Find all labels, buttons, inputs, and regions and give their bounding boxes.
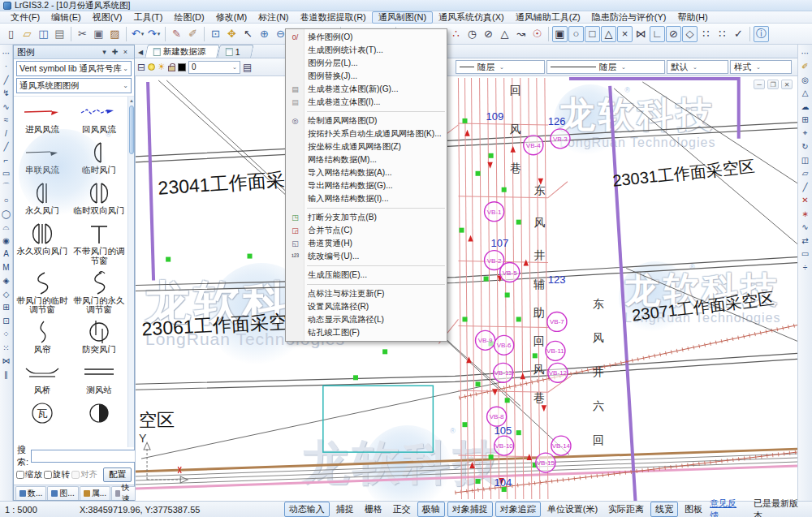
node-edit-icon[interactable]: ⊡ (1, 314, 12, 328)
menu-item-12[interactable]: 帮助(H) (672, 11, 713, 24)
menu-item-1[interactable]: 编辑(E) (45, 11, 87, 24)
menu-item-11[interactable]: 隐患防治与评价(Y) (586, 11, 672, 24)
menu-item-0[interactable]: 文件(F) (5, 11, 45, 24)
draw-rectangle-icon[interactable]: ▭ (1, 167, 12, 181)
scrollbar-thumb[interactable] (129, 106, 134, 154)
layer-print-icon[interactable]: ▤ (243, 62, 252, 73)
menu-item-8[interactable]: 通风制图(N) (372, 11, 433, 24)
status-toggle-1[interactable]: 捕捉 (332, 502, 358, 516)
status-toggle-3[interactable]: 正交 (389, 502, 415, 516)
status-toggle-4[interactable]: 极轴 (417, 502, 445, 517)
vent-menu-item-16[interactable]: ◲合并节点(C) (286, 224, 447, 237)
copy-object-icon[interactable]: ◫ (799, 153, 812, 167)
status-toggle-9[interactable]: 线宽 (650, 502, 678, 517)
pan-icon[interactable]: ✥ (224, 26, 240, 42)
measure-network-icon[interactable]: ∴ (448, 26, 464, 42)
menu-item-2[interactable]: 视图(V) (87, 11, 128, 24)
scroll-up-icon[interactable]: ▲ (128, 97, 134, 105)
rotate-icon[interactable]: ↻ (799, 140, 812, 154)
layer-freeze-icon[interactable]: ☀ (158, 62, 166, 72)
option-checkbox-旋转[interactable]: 旋转 (44, 469, 70, 480)
vent-menu-item-2[interactable]: 图例分层(L)... (286, 57, 447, 70)
zoom-window-icon[interactable]: ⊡ (208, 26, 223, 42)
panel-tab-1[interactable]: 图... (47, 486, 78, 500)
copy-icon[interactable]: ▣ (91, 26, 106, 42)
reverse-direction-icon[interactable]: ⇄ (799, 234, 812, 248)
checkbox[interactable] (44, 471, 52, 479)
brush-icon[interactable]: ✐ (185, 26, 201, 42)
array-icon[interactable]: ⊞ (799, 114, 812, 127)
legend-item-temp-bidir-door[interactable]: 临时双向风门 (71, 178, 127, 218)
legend-item-gas-symbol[interactable]: 瓦 (14, 398, 71, 438)
legend-item-intake-airflow[interactable]: 进风风流 (14, 97, 71, 137)
panel-tab-2[interactable]: 属... (80, 486, 110, 500)
legend-item-half-filled-circle[interactable] (71, 398, 127, 438)
undo-icon[interactable]: ↶▾ (130, 26, 145, 42)
point-style-icon[interactable]: ∗ (799, 207, 812, 221)
measure-triangle-icon[interactable]: △ (497, 26, 512, 42)
snap-triangle-icon[interactable]: △ (601, 26, 616, 42)
checkbox[interactable] (71, 471, 80, 479)
close-icon[interactable]: × (120, 48, 131, 56)
lineweight-select[interactable]: 随层⌄ (546, 60, 665, 74)
status-toggle-0[interactable]: 动态输入 (284, 502, 330, 517)
vent-menu-item-7[interactable]: ◎绘制通风网络图(D) (286, 114, 447, 127)
measure-clock-icon[interactable]: ◷ (464, 26, 480, 42)
minimize-icon[interactable]: ─ (754, 80, 765, 89)
menu-item-3[interactable]: 工具(T) (127, 11, 168, 24)
textstyle-select[interactable]: 样式⌄ (730, 60, 792, 74)
draw-spline-icon[interactable]: ∿ (1, 100, 12, 114)
draw-region-icon[interactable]: ⌐ (1, 153, 12, 167)
no-plot-icon[interactable]: ⊘ (481, 26, 496, 42)
plotstyle-select[interactable]: 默认⌄ (667, 60, 728, 74)
vent-menu-item-12[interactable]: 导出网络结构数据(G)... (286, 179, 447, 192)
hatch-icon[interactable]: ◈ (1, 274, 12, 288)
current-layer-select[interactable]: 0 ⌄ (188, 61, 240, 74)
snap-circle-icon[interactable]: ○ (568, 26, 584, 42)
snap-center-icon[interactable]: ▣ (552, 26, 568, 42)
format-brush-icon[interactable]: ✐ (799, 60, 812, 74)
info-icon[interactable]: ⓘ (754, 26, 769, 42)
vent-menu-item-23[interactable]: 设置风流路径(R) (286, 300, 447, 313)
spline-edit-icon[interactable]: ∿ (799, 221, 812, 235)
status-toggle-10[interactable]: 图板 (680, 502, 706, 516)
draw-arc-3pt-icon[interactable]: ⌓ (1, 221, 12, 235)
menu-item-4[interactable]: 绘图(D) (168, 11, 209, 24)
chamfer-icon[interactable]: ▱ (799, 167, 812, 181)
option-checkbox-对齐[interactable]: 对齐 (71, 469, 97, 480)
map-canvas[interactable]: 龙软科技 LongRuan Technologies 龙软科技 LongRuan… (135, 76, 797, 501)
vent-menu-item-25[interactable]: 钻孔竣工图(F) (286, 326, 447, 339)
select-cursor-icon[interactable]: ↖ (240, 26, 256, 42)
hatch-gradient-icon[interactable]: ◇ (1, 287, 12, 301)
menu-item-7[interactable]: 巷道数据提取(R) (295, 11, 372, 24)
restore-icon[interactable]: ❐ (767, 80, 779, 89)
snap-cross-icon[interactable]: × (617, 26, 633, 42)
status-toggle-7[interactable]: 单位设置(米) (543, 502, 602, 516)
snap-square-icon[interactable]: □ (585, 26, 600, 42)
new-file-icon[interactable]: ▯ (3, 26, 19, 42)
clip-icon[interactable]: ▭ (799, 248, 812, 261)
draw-point-icon[interactable]: · (1, 60, 12, 74)
draw-segment-icon[interactable]: / (1, 127, 12, 140)
vent-menu-item-24[interactable]: 动态显示风流路径(L) (286, 313, 447, 326)
vent-menu-item-18[interactable]: ¹²³统改编号(U)... (286, 250, 447, 263)
legend-item-perm-door[interactable]: 永久风门 (14, 178, 71, 218)
break-object-icon[interactable]: ✕ (799, 194, 812, 208)
measure-curve-icon[interactable]: ↝ (513, 26, 529, 42)
layer-lock-icon[interactable] (168, 66, 175, 71)
legend-item-regulator-no-door[interactable]: 不带风门的调节窗 (71, 218, 127, 268)
paste-icon[interactable]: ▨ (107, 26, 123, 42)
legend-item-temp-regulator-door[interactable]: 带风门的临时调节窗 (14, 268, 71, 317)
legend-item-temp-door[interactable]: 临时风门 (71, 137, 127, 178)
draw-ellipse-icon[interactable]: ◯ (1, 207, 12, 221)
legend-item-wind-station[interactable]: 测风站 (71, 357, 127, 398)
menu-item-6[interactable]: 标注(N) (253, 11, 294, 24)
vent-menu-item-5[interactable]: ▤生成巷道立体图(I)... (286, 96, 447, 109)
vent-menu-item-17[interactable]: ◱巷道贯通(H) (286, 237, 447, 250)
status-toggle-5[interactable]: 对象捕捉 (447, 502, 493, 517)
vent-menu-item-11[interactable]: 导入网络结构数据(A)... (286, 166, 447, 179)
symbol-category-select[interactable]: 通风系统图图例 ⌄ (16, 78, 132, 93)
legend-item-series-airflow[interactable]: 串联风流 (14, 137, 71, 178)
snap-grid-a-icon[interactable]: ∷ (698, 26, 714, 42)
draw-polyline-icon[interactable]: ↯ (1, 87, 12, 101)
